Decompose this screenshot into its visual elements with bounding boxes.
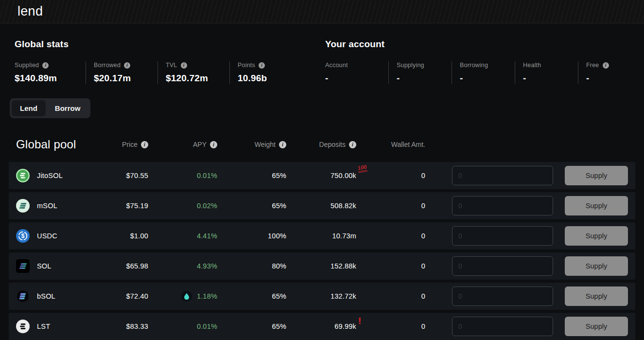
- info-icon[interactable]: i: [259, 62, 265, 69]
- health-value: -: [523, 73, 573, 84]
- borrowing-value: -: [460, 73, 510, 84]
- bsol-icon: [16, 289, 30, 303]
- weight-cell: 65%: [217, 292, 286, 300]
- wallet-amt-cell: 0: [356, 232, 425, 240]
- stat-tvl: TVL i $120.72m: [157, 61, 229, 84]
- weight-cell: 65%: [217, 202, 286, 210]
- exclamation-emoji: !: [358, 317, 362, 325]
- account-stat-supplying: Supplying -: [388, 61, 452, 84]
- account-value: -: [325, 73, 383, 84]
- amount-input[interactable]: [452, 256, 553, 276]
- account-label: Account: [325, 62, 348, 69]
- supplying-value: -: [397, 73, 447, 84]
- amount-input[interactable]: [452, 196, 553, 215]
- wallet-amt-cell: 0: [356, 172, 425, 179]
- weight-cell: 65%: [217, 322, 286, 330]
- global-pool-section: Global pool Price i APY i Weight i Depos…: [9, 135, 635, 340]
- info-icon[interactable]: i: [181, 62, 187, 69]
- health-label: Health: [523, 62, 541, 69]
- weight-cell: 65%: [217, 172, 286, 179]
- apy-cell: 4.93%: [148, 262, 217, 270]
- price-cell: $70.55: [100, 172, 148, 179]
- sol-icon: [16, 259, 30, 273]
- asset-name: mSOL: [37, 202, 57, 210]
- account-stat-free: Free i -: [578, 61, 641, 84]
- table-row-bsol: bSOL $72.40 1.18% 65% 132.72k 0 Supply: [9, 283, 635, 310]
- info-icon[interactable]: i: [210, 141, 217, 148]
- asset-name: bSOL: [37, 292, 55, 300]
- column-wallet-amt: Wallet Amt.: [356, 141, 425, 148]
- asset-name: SOL: [37, 262, 52, 270]
- wallet-amt-cell: 0: [356, 292, 425, 300]
- info-icon[interactable]: i: [349, 141, 356, 148]
- free-value: -: [586, 73, 636, 84]
- deposits-cell: 132.72k: [286, 292, 356, 300]
- free-label: Free: [586, 62, 599, 69]
- column-apy: APY i: [148, 141, 217, 148]
- supply-button[interactable]: Supply: [565, 317, 628, 336]
- lst-icon: [16, 320, 30, 333]
- apy-cell: 1.18%: [148, 291, 217, 302]
- info-icon[interactable]: i: [42, 62, 49, 69]
- wallet-amt-cell: 0: [356, 322, 425, 330]
- wallet-amt-cell: 0: [356, 202, 425, 210]
- top-bar: lend: [0, 0, 644, 23]
- your-account-section: Your account Account - Supplying - Bo: [325, 39, 644, 84]
- price-cell: $83.33: [100, 322, 148, 330]
- brand-wordmark[interactable]: lend: [17, 4, 43, 19]
- amount-input[interactable]: [452, 317, 553, 336]
- tab-borrow[interactable]: Borrow: [47, 100, 89, 116]
- stat-points-value: 10.96b: [238, 73, 296, 84]
- table-row-sol: SOL $65.98 4.93% 80% 152.88k 0 Supply: [9, 252, 635, 280]
- apy-cell: 0.02%: [148, 202, 217, 210]
- weight-cell: 80%: [217, 262, 286, 270]
- main-content: Global stats Supplied i $140.89m Borrowe…: [0, 23, 644, 340]
- blze-emissions-droplet-icon[interactable]: [181, 291, 192, 302]
- apy-cell: 0.01%: [148, 172, 217, 179]
- info-icon[interactable]: i: [603, 62, 609, 69]
- amount-input[interactable]: [452, 286, 553, 306]
- price-cell: $1.00: [100, 232, 148, 240]
- pool-table-header: Global pool Price i APY i Weight i Depos…: [9, 135, 635, 154]
- apy-cell: 4.41%: [148, 232, 217, 240]
- table-row-lst: LST $83.33 0.01% 65% 69.99k ! 0 Supply: [9, 313, 635, 340]
- stat-supplied: Supplied i $140.89m: [15, 61, 86, 84]
- stat-supplied-label: Supplied: [15, 62, 39, 69]
- account-stat-account: Account -: [325, 61, 388, 84]
- stat-borrowed: Borrowed i $20.17m: [86, 61, 157, 84]
- price-cell: $75.19: [100, 202, 148, 210]
- wallet-amt-cell: 0: [356, 262, 425, 270]
- table-row-usdc: $ USDC $1.00 4.41% 100% 10.73m 0 Supply: [9, 222, 635, 250]
- supply-button[interactable]: Supply: [565, 286, 628, 306]
- price-cell: $72.40: [100, 292, 148, 300]
- info-icon[interactable]: i: [279, 141, 286, 148]
- supply-button[interactable]: Supply: [565, 256, 628, 276]
- apy-cell: 0.01%: [148, 322, 217, 330]
- asset-name: JitoSOL: [37, 172, 63, 179]
- amount-input[interactable]: [452, 226, 553, 246]
- amount-input[interactable]: [452, 166, 553, 185]
- info-icon[interactable]: i: [124, 62, 130, 69]
- supply-button[interactable]: Supply: [565, 196, 628, 215]
- asset-name: USDC: [37, 232, 57, 240]
- supplying-label: Supplying: [397, 62, 424, 69]
- msol-icon: [16, 199, 30, 213]
- account-stat-borrowing: Borrowing -: [452, 61, 515, 84]
- global-stats-title: Global stats: [15, 39, 325, 50]
- column-weight: Weight i: [217, 141, 286, 148]
- svg-text:$: $: [21, 233, 25, 239]
- supply-button[interactable]: Supply: [565, 226, 628, 246]
- tab-lend[interactable]: Lend: [12, 100, 46, 116]
- pool-title: Global pool: [16, 138, 100, 151]
- deposits-cell: 10.73m: [286, 232, 356, 240]
- stat-supplied-value: $140.89m: [15, 73, 81, 84]
- lend-borrow-tabs: Lend Borrow: [10, 98, 90, 118]
- stat-borrowed-value: $20.17m: [94, 73, 153, 84]
- table-row-jitosol: JitoSOL $70.55 0.01% 65% 750.00k 100 0 S…: [9, 162, 635, 189]
- weight-cell: 100%: [217, 232, 286, 240]
- column-price: Price i: [100, 141, 148, 148]
- info-icon[interactable]: i: [141, 141, 148, 148]
- deposits-cell: 750.00k 100: [286, 172, 356, 179]
- supply-button[interactable]: Supply: [565, 166, 628, 185]
- stat-tvl-value: $120.72m: [166, 73, 225, 84]
